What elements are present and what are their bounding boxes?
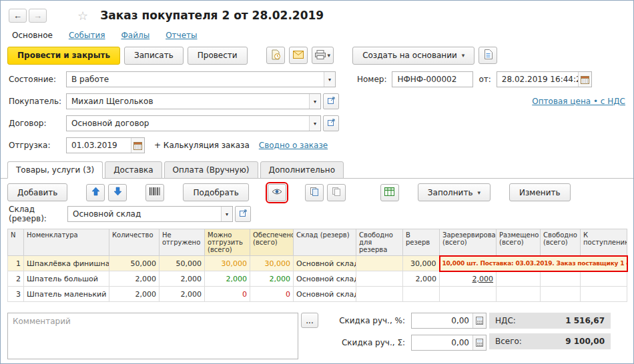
cell-incoming[interactable] xyxy=(581,287,627,302)
open-warehouse-button[interactable] xyxy=(235,206,251,222)
table-row[interactable]: 3 Шпатель маленький 2,000 2,000 0 0 Осно… xyxy=(8,287,627,302)
column-header-can-ship[interactable]: Можно отгрузить (всего) xyxy=(205,229,250,256)
table-row[interactable]: 2 Шпатель большой 2,000 2,000 2,000 2,00… xyxy=(8,271,627,287)
write-button[interactable]: Записать xyxy=(124,47,184,65)
cell-provided[interactable]: 30,000 xyxy=(250,256,294,271)
column-header-warehouse[interactable]: Склад (резерв) xyxy=(294,229,356,256)
cell-to-reserve[interactable] xyxy=(403,287,440,302)
cell-can-ship[interactable]: 0 xyxy=(205,287,250,302)
warehouse-input[interactable]: Основной склад ▾ xyxy=(67,206,233,222)
cell-nomenclature[interactable]: Шпатель маленький xyxy=(24,287,109,302)
table-row[interactable]: 1 Шпаклёвка финишная 50,000 50,000 30,00… xyxy=(8,256,627,271)
cell-n[interactable]: 1 xyxy=(8,256,24,271)
cell-nomenclature[interactable]: Шпаклёвка финишная xyxy=(24,256,109,271)
customer-input[interactable]: Михаил Щегольков ▾ xyxy=(66,93,321,109)
cell-n[interactable]: 2 xyxy=(8,271,24,287)
cell-to-reserve[interactable]: 30,000 xyxy=(403,256,440,271)
cell-quantity[interactable]: 2,000 xyxy=(109,271,160,287)
cell-can-ship[interactable]: 30,000 xyxy=(205,256,250,271)
add-row-button[interactable]: Добавить xyxy=(7,183,67,201)
print-button[interactable]: ▾ xyxy=(312,47,334,64)
order-summary-link[interactable]: Сводно о заказе xyxy=(259,141,328,150)
favorite-star-icon[interactable]: ☆ xyxy=(77,9,88,23)
copy-row-button[interactable] xyxy=(305,184,324,201)
back-button[interactable]: ← xyxy=(9,9,27,23)
contract-input[interactable]: Основной договор ▾ xyxy=(66,115,321,131)
calculator-icon[interactable] xyxy=(472,313,486,328)
column-header-incoming[interactable]: К поступлению xyxy=(581,229,627,256)
calendar-icon[interactable] xyxy=(131,138,144,153)
cell-not-shipped[interactable]: 2,000 xyxy=(160,271,205,287)
cell-provided[interactable]: 2,000 xyxy=(250,271,294,287)
cell-placed[interactable] xyxy=(497,287,541,302)
cell-reserved[interactable] xyxy=(440,287,497,302)
chevron-down-icon[interactable]: ▾ xyxy=(309,94,320,109)
column-header-quantity[interactable]: Количество xyxy=(109,229,160,256)
send-email-button[interactable] xyxy=(289,47,308,64)
nav-item-events[interactable]: События xyxy=(69,31,105,40)
barcode-scan-button[interactable] xyxy=(145,184,164,201)
fill-button[interactable]: Заполнить ▾ xyxy=(418,183,491,201)
cell-incoming[interactable] xyxy=(581,271,627,287)
cell-free[interactable] xyxy=(541,271,581,287)
discount-sum-input[interactable]: 0,00 xyxy=(411,335,487,351)
open-customer-button[interactable] xyxy=(323,93,339,109)
table-settings-button[interactable] xyxy=(380,184,399,201)
post-and-close-button[interactable]: Провести и закрыть xyxy=(7,47,120,65)
view-availability-button[interactable] xyxy=(268,184,286,201)
cell-nomenclature[interactable]: Шпатель большой xyxy=(24,271,109,287)
calendar-icon[interactable] xyxy=(578,72,591,87)
cell-not-shipped[interactable]: 2,000 xyxy=(160,287,205,302)
comment-input[interactable] xyxy=(7,313,298,359)
chevron-down-icon[interactable]: ▾ xyxy=(309,116,320,131)
calculator-icon[interactable] xyxy=(472,335,486,350)
column-header-to-reserve[interactable]: В резерв xyxy=(403,229,440,256)
cell-provided[interactable]: 0 xyxy=(250,287,294,302)
cell-warehouse[interactable]: Основной склад xyxy=(294,271,356,287)
tab-additional[interactable]: Дополнительно xyxy=(260,161,344,179)
column-header-free[interactable]: Свободно (всего) xyxy=(541,229,581,256)
date-input[interactable]: 28.02.2019 16:44:22 xyxy=(497,71,592,87)
move-row-up-button[interactable] xyxy=(86,184,105,201)
pick-items-button[interactable]: Подобрать xyxy=(183,183,248,201)
post-button[interactable]: Провести xyxy=(188,47,248,65)
column-header-provided[interactable]: Обеспечено (всего) xyxy=(250,229,294,256)
cell-can-ship[interactable]: 2,000 xyxy=(205,271,250,287)
column-header-nomenclature[interactable]: Номенклатура xyxy=(24,229,109,256)
forward-button[interactable]: → xyxy=(29,9,47,23)
supply-note-cell[interactable]: 10,000 шт. Поставка: 03.03.2019. Заказ п… xyxy=(440,256,627,271)
state-input[interactable]: В работе ▾ xyxy=(66,71,336,87)
nav-item-files[interactable]: Файлы xyxy=(121,31,149,40)
number-input[interactable]: НФНФ-000002 xyxy=(392,71,473,87)
cell-n[interactable]: 3 xyxy=(8,287,24,302)
column-header-free-for-reserve[interactable]: Свободно для резерва xyxy=(356,229,403,256)
column-header-reserved[interactable]: Зарезервировано (всего) xyxy=(440,229,497,256)
cell-to-reserve[interactable]: 2,000 xyxy=(403,271,440,287)
nav-item-reports[interactable]: Отчеты xyxy=(166,31,197,40)
cell-reserved[interactable]: 2,000 xyxy=(440,271,497,287)
chevron-down-icon[interactable]: ▾ xyxy=(221,207,232,221)
tab-payment[interactable]: Оплата (Вручную) xyxy=(164,161,258,179)
column-header-not-shipped[interactable]: Не отгружено xyxy=(160,229,205,256)
reports-button[interactable] xyxy=(479,47,497,64)
cell-free-for-reserve[interactable] xyxy=(356,256,403,271)
column-header-n[interactable]: N xyxy=(8,229,24,256)
cell-warehouse[interactable]: Основной склад xyxy=(294,256,356,271)
cell-free-for-reserve[interactable] xyxy=(356,271,403,287)
cell-quantity[interactable]: 50,000 xyxy=(109,256,160,271)
cell-warehouse[interactable]: Основной склад xyxy=(294,287,356,302)
post-schedule-button[interactable] xyxy=(266,47,285,64)
shipment-date-input[interactable]: 01.03.2019 xyxy=(66,137,145,153)
price-type-link[interactable]: Оптовая цена • с НДС xyxy=(532,97,625,106)
discount-percent-input[interactable]: 0,00 xyxy=(411,313,487,329)
tab-delivery[interactable]: Доставка xyxy=(105,161,162,179)
nav-item-main[interactable]: Основное xyxy=(12,31,53,40)
tab-goods-services[interactable]: Товары, услуги (3) xyxy=(7,161,103,179)
paste-row-button[interactable] xyxy=(327,184,346,201)
reserved-link[interactable]: 2,000 xyxy=(472,275,494,283)
cell-free[interactable] xyxy=(541,287,581,302)
cell-free-for-reserve[interactable] xyxy=(356,287,403,302)
move-row-down-button[interactable] xyxy=(108,184,127,201)
order-calculation-toggle[interactable]: + Калькуляция заказа xyxy=(154,141,250,150)
chevron-down-icon[interactable]: ▾ xyxy=(324,72,335,87)
